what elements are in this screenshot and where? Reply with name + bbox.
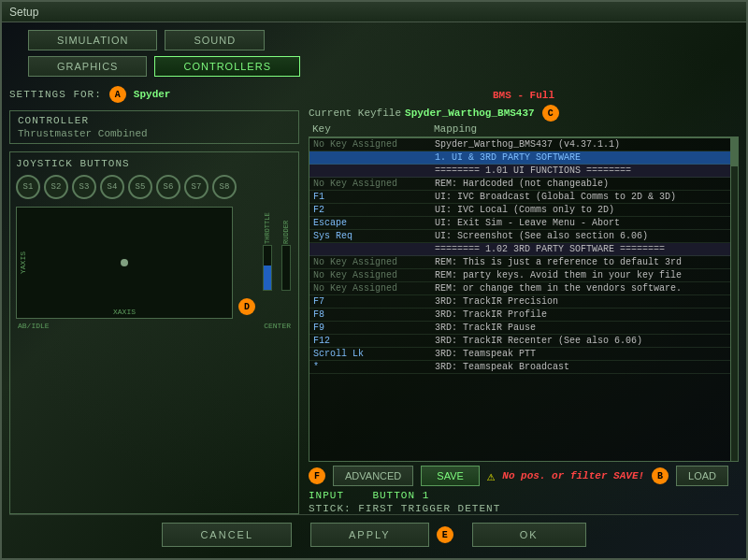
key-cell: No Key Assigned xyxy=(313,283,435,294)
joy-btn-s5[interactable]: S5 xyxy=(128,175,152,199)
table-row[interactable]: No Key Assigned REM: party keys. Avoid t… xyxy=(309,269,738,282)
table-row[interactable]: Sys Req UI: Screenshot (See also section… xyxy=(309,230,738,243)
joy-btn-s8[interactable]: S8 xyxy=(212,175,237,199)
sound-button[interactable]: Sound xyxy=(165,30,265,50)
ok-button[interactable]: OK xyxy=(472,523,586,547)
nav-row-1: Simulation Sound xyxy=(9,30,739,50)
keyfile-name: Spyder_Warthog_BMS437 xyxy=(405,108,535,119)
rudder-label: RUDDER xyxy=(282,207,290,244)
key-cell: No Key Assigned xyxy=(313,257,435,267)
apply-container: Apply E xyxy=(310,523,453,547)
table-row[interactable]: No Key Assigned REM: This is just a refe… xyxy=(309,256,738,269)
map-cell: UI: IVC Broadcast (Global Comms to 2D & … xyxy=(435,192,734,202)
map-cell: REM: or change them in the vendors softw… xyxy=(435,283,734,294)
graphics-button[interactable]: Graphics xyxy=(28,56,147,77)
map-cell: 3RD: TrackIR Precision xyxy=(435,296,734,307)
key-cell: F1 xyxy=(313,192,435,202)
simulation-button[interactable]: Simulation xyxy=(28,30,157,50)
save-button[interactable]: Save xyxy=(421,466,480,486)
table-row[interactable]: ======== 1.02 3RD PARTY SOFTWARE =======… xyxy=(309,243,738,256)
key-cell: Scroll Lk xyxy=(313,349,435,359)
table-row[interactable]: F9 3RD: TrackIR Pause xyxy=(309,322,738,335)
advanced-button[interactable]: Advanced xyxy=(333,466,413,486)
key-cell: No Key Assigned xyxy=(313,179,435,189)
joystick-title: Joystick Buttons xyxy=(16,158,293,169)
joy-btn-s2[interactable]: S2 xyxy=(44,175,68,199)
nav-row-2: Graphics Controllers xyxy=(9,56,739,77)
key-cell: F2 xyxy=(313,205,435,215)
map-cell: 3RD: Teamspeak PTT xyxy=(435,349,734,359)
table-row[interactable]: F2 UI: IVC Local (Comms only to 2D) xyxy=(309,204,738,217)
controllers-button[interactable]: Controllers xyxy=(154,56,300,77)
ab-idle-label: AB/IDLE xyxy=(18,322,50,330)
joy-btn-s1[interactable]: S1 xyxy=(16,175,40,199)
left-panel: Settings For: A Spyder Controller Thrust… xyxy=(9,86,299,514)
throttle-fill xyxy=(264,266,271,290)
controller-title: Controller xyxy=(18,115,291,126)
table-row[interactable]: * 3RD: Teamspeak Broadcast xyxy=(309,361,738,374)
keyfile-label: Current Keyfile xyxy=(309,108,401,119)
key-cell: F12 xyxy=(313,336,435,346)
table-row[interactable]: 1. UI & 3RD PARTY SOFTWARE xyxy=(309,151,738,165)
apply-button[interactable]: Apply xyxy=(310,523,429,547)
map-cell: UI: Exit Sim - Leave Menu - Abort xyxy=(435,218,734,228)
yaxis-label: YAXIS xyxy=(19,251,27,274)
table-row[interactable]: ======== 1.01 UI FUNCTIONS ======== xyxy=(309,165,738,178)
load-button[interactable]: Load xyxy=(676,466,728,486)
joy-btn-s6[interactable]: S6 xyxy=(156,175,180,199)
table-row[interactable]: F7 3RD: TrackIR Precision xyxy=(309,295,738,309)
key-cell: * xyxy=(313,362,435,372)
key-cell: Escape xyxy=(313,218,435,228)
keyfile-row: Current Keyfile Spyder_Warthog_BMS437 C xyxy=(309,105,739,122)
key-cell xyxy=(313,165,435,176)
key-cell xyxy=(313,152,435,163)
col-key-header: Key xyxy=(312,123,434,135)
map-cell: REM: party keys. Avoid them in your key … xyxy=(435,270,734,280)
key-bottom-row: F Advanced Save ⚠ No pos. or filter SAVE… xyxy=(309,466,739,486)
table-row[interactable]: Scroll Lk 3RD: Teamspeak PTT xyxy=(309,348,738,361)
cancel-button[interactable]: Cancel xyxy=(162,523,292,547)
key-cell: No Key Assigned xyxy=(313,139,435,150)
key-cell: F7 xyxy=(313,296,435,307)
a-badge: A xyxy=(109,86,126,103)
center-label: CENTER xyxy=(264,322,291,330)
no-save-warning: No pos. or filter SAVE! xyxy=(502,470,644,481)
key-table[interactable]: No Key Assigned Spyder_Warthog_BMS437 (v… xyxy=(309,137,739,462)
key-cell: F9 xyxy=(313,323,435,333)
scrollbar[interactable] xyxy=(730,138,738,461)
joy-btn-s7[interactable]: S7 xyxy=(184,175,209,199)
table-row[interactable]: No Key Assigned REM: Hardcoded (not chan… xyxy=(309,178,738,191)
map-cell: Spyder_Warthog_BMS437 (v4.37.1.1) xyxy=(435,139,734,150)
rudder-bar-container: RUDDER xyxy=(280,207,293,291)
setup-window: Setup Simulation Sound Graphics Controll… xyxy=(0,0,748,560)
table-row[interactable]: F12 3RD: TrackIR Recenter (See also 6.06… xyxy=(309,335,738,348)
table-row[interactable]: No Key Assigned Spyder_Warthog_BMS437 (v… xyxy=(309,138,738,151)
rudder-track xyxy=(281,245,291,291)
joy-btn-s3[interactable]: S3 xyxy=(72,175,96,199)
joy-diagram: YAXIS XAXIS D THROTTLE xyxy=(16,207,293,319)
stick-info: Stick: First Trigger Detent xyxy=(309,503,739,514)
controller-box: Controller Thrustmaster Combined xyxy=(9,110,299,144)
map-cell: REM: Hardcoded (not changeable) xyxy=(435,179,734,189)
warning-icon: ⚠ xyxy=(487,468,495,484)
e-badge: E xyxy=(437,526,453,543)
table-row[interactable]: F8 3RD: TrackIR Profile xyxy=(309,309,738,322)
joystick-dot xyxy=(121,259,128,266)
key-cell: Sys Req xyxy=(313,231,435,241)
c-badge: C xyxy=(542,105,559,122)
throttle-label: THROTTLE xyxy=(264,207,271,244)
table-row[interactable]: No Key Assigned REM: or change them in t… xyxy=(309,282,738,295)
joy-btn-s4[interactable]: S4 xyxy=(100,175,124,199)
map-cell: ======== 1.02 3RD PARTY SOFTWARE =======… xyxy=(435,244,734,254)
map-cell: 3RD: TrackIR Pause xyxy=(435,323,734,333)
map-cell: ======== 1.01 UI FUNCTIONS ======== xyxy=(435,165,734,176)
scrollbar-thumb[interactable] xyxy=(731,138,738,166)
axis-labels-row: AB/IDLE CENTER xyxy=(16,322,293,330)
table-row[interactable]: F1 UI: IVC Broadcast (Global Comms to 2D… xyxy=(309,191,738,204)
input-value: Button 1 xyxy=(372,490,429,501)
joystick-section: Joystick Buttons S1 S2 S3 S4 S5 S6 S7 S8 xyxy=(9,151,299,514)
map-cell: 1. UI & 3RD PARTY SOFTWARE xyxy=(435,152,734,163)
table-row[interactable]: Escape UI: Exit Sim - Leave Menu - Abort xyxy=(309,217,738,230)
main-layout: Settings For: A Spyder Controller Thrust… xyxy=(9,86,739,514)
spyder-label: Spyder xyxy=(134,89,171,100)
